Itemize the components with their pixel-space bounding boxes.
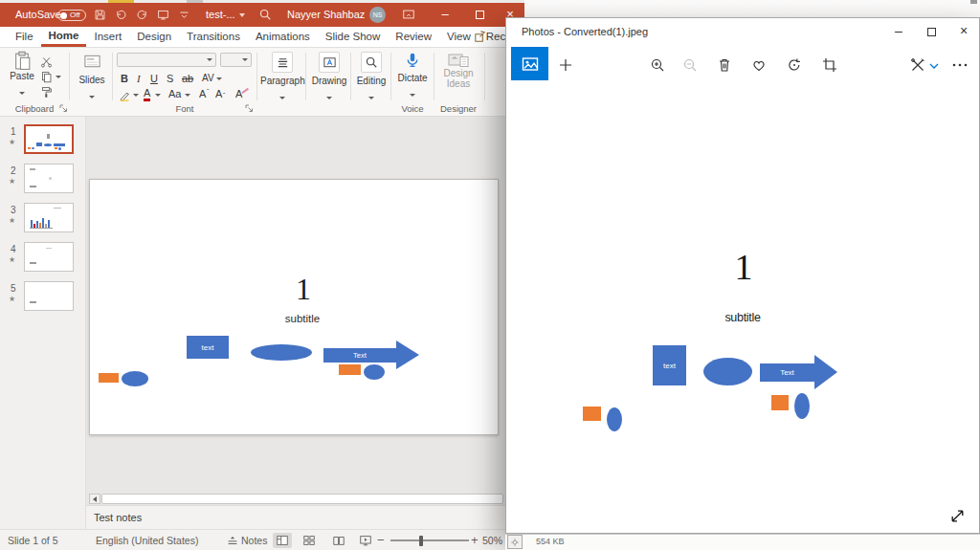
slide-horizontal-scrollbar[interactable]	[86, 493, 524, 505]
notes-toggle-label[interactable]: Notes	[241, 530, 267, 550]
see-all-photos-button[interactable]	[511, 47, 548, 80]
paragraph-button[interactable]: Paragraph	[260, 52, 304, 103]
clipboard-dialog-launcher-icon[interactable]	[59, 104, 68, 113]
zoom-out-button[interactable]: −	[377, 530, 385, 550]
edit-create-chevron-icon[interactable]	[929, 63, 939, 69]
tab-design[interactable]: Design	[129, 27, 179, 47]
document-title[interactable]: test-...	[206, 3, 235, 27]
slide-thumbnail-2[interactable]	[24, 164, 74, 193]
tab-file[interactable]: File	[8, 27, 41, 47]
undo-icon[interactable]	[115, 9, 127, 21]
fullscreen-expand-icon[interactable]	[949, 508, 966, 524]
slide-subtitle-text[interactable]: subtitle	[272, 313, 333, 324]
slide-rectangle-shape[interactable]: text	[187, 336, 229, 359]
photos-maximize-button[interactable]	[915, 18, 947, 45]
slide-arrow-shape[interactable]: Text	[323, 348, 396, 363]
design-ideas-button[interactable]: Design Ideas	[436, 53, 480, 89]
zoom-in-button[interactable]: +	[471, 530, 479, 550]
slide-arrow-head[interactable]	[396, 341, 419, 369]
zoom-slider-track[interactable]	[390, 539, 469, 541]
tab-slide-show[interactable]: Slide Show	[318, 27, 389, 47]
photos-minimize-button[interactable]: –	[882, 18, 915, 45]
font-name-combo[interactable]	[117, 53, 216, 67]
start-presentation-icon[interactable]	[157, 9, 169, 21]
drawing-button[interactable]: Drawing	[308, 52, 350, 103]
font-dialog-launcher-icon[interactable]	[245, 104, 254, 113]
slide-thumbnail-4[interactable]	[24, 242, 74, 272]
crop-icon[interactable]	[822, 57, 837, 73]
slide-thumbnail-5[interactable]	[24, 281, 74, 311]
shrink-font-button[interactable]: A	[215, 88, 222, 99]
redo-icon[interactable]	[136, 9, 148, 21]
zoom-out-icon[interactable]	[682, 57, 698, 73]
slideshow-view-icon[interactable]	[356, 533, 375, 548]
zoom-slider-thumb[interactable]	[419, 536, 423, 546]
delete-icon[interactable]	[717, 57, 732, 73]
slide-bottomleft-ellipse[interactable]	[122, 371, 148, 386]
photos-close-button[interactable]: ×	[947, 18, 980, 45]
notes-pane[interactable]: Test notes	[86, 505, 524, 529]
change-case-button[interactable]: Aa	[168, 88, 181, 99]
highlight-pen-icon[interactable]	[119, 89, 131, 101]
notes-toggle-icon[interactable]	[226, 534, 239, 547]
tab-review[interactable]: Review	[388, 27, 439, 47]
slide-bottomleft-orange-rect[interactable]	[99, 373, 119, 383]
tab-animations[interactable]: Animations	[248, 27, 318, 47]
autosave-toggle[interactable]: Off	[57, 10, 86, 21]
thumbnail-number: 3	[11, 205, 16, 215]
slide-title-text[interactable]: 1	[281, 274, 325, 304]
slide-small-orange-rect[interactable]	[339, 364, 361, 375]
scroll-left-arrow[interactable]	[89, 494, 100, 504]
copy-icon[interactable]	[40, 71, 53, 83]
document-title-caret-icon[interactable]	[239, 13, 245, 17]
dictate-button[interactable]: Dictate	[392, 52, 433, 100]
editing-button[interactable]: Editing	[352, 52, 390, 103]
language-indicator[interactable]: English (United States)	[96, 530, 198, 550]
text-shadow-button[interactable]: S	[167, 73, 173, 84]
tab-transitions[interactable]: Transitions	[179, 27, 248, 47]
save-icon[interactable]	[94, 9, 106, 21]
user-avatar[interactable]: NS	[369, 7, 386, 23]
user-name[interactable]: Nayyer Shahbaz	[287, 3, 365, 27]
slide-ellipse-shape[interactable]	[251, 344, 312, 361]
slide-thumbnail-1[interactable]	[24, 124, 74, 154]
add-to-icon[interactable]	[558, 57, 573, 73]
slide-sorter-view-icon[interactable]	[300, 533, 319, 548]
share-icon[interactable]	[473, 30, 487, 44]
customize-quick-access-icon[interactable]	[178, 9, 190, 21]
underline-button[interactable]: U	[150, 73, 158, 84]
autosave-toggle-dot	[60, 12, 67, 19]
zoom-level[interactable]: 50%	[482, 530, 502, 550]
grow-font-button[interactable]: A	[199, 88, 206, 99]
ribbon-display-options-icon[interactable]	[402, 8, 414, 20]
see-more-icon[interactable]	[952, 63, 968, 67]
reading-view-icon[interactable]	[329, 533, 348, 548]
format-painter-icon[interactable]	[40, 86, 53, 99]
notes-text[interactable]: Test notes	[94, 512, 142, 523]
paste-button[interactable]: Paste	[8, 51, 36, 99]
edit-create-icon[interactable]	[910, 57, 925, 73]
bold-button[interactable]: B	[121, 73, 128, 84]
strikethrough-button[interactable]: ab	[182, 73, 193, 84]
normal-view-icon[interactable]	[273, 533, 292, 548]
slide-editing-surface[interactable]: 1 subtitle text Text	[89, 179, 499, 435]
character-spacing-button[interactable]: AV	[202, 73, 214, 83]
tab-insert[interactable]: Insert	[86, 27, 129, 47]
slide-thumbnail-3[interactable]	[24, 203, 74, 232]
ppt-maximize-button[interactable]	[465, 3, 494, 27]
font-color-button[interactable]: A	[144, 88, 150, 101]
search-icon[interactable]	[258, 8, 271, 20]
tab-home[interactable]: Home	[41, 27, 87, 47]
ppt-minimize-button[interactable]: –	[431, 3, 459, 27]
slide-small-ellipse[interactable]	[364, 364, 385, 380]
zoom-in-icon[interactable]	[650, 57, 665, 73]
font-size-combo[interactable]	[220, 53, 252, 67]
slide-counter[interactable]: Slide 1 of 5	[8, 530, 58, 550]
slides-button[interactable]: Slides	[75, 53, 109, 102]
clear-formatting-button[interactable]: A	[235, 88, 242, 99]
favorite-heart-icon[interactable]	[751, 57, 767, 73]
rotate-icon[interactable]	[787, 57, 802, 73]
scrollbar-thumb[interactable]	[101, 494, 503, 504]
italic-button[interactable]: I	[137, 73, 141, 84]
cut-icon[interactable]	[40, 55, 53, 68]
